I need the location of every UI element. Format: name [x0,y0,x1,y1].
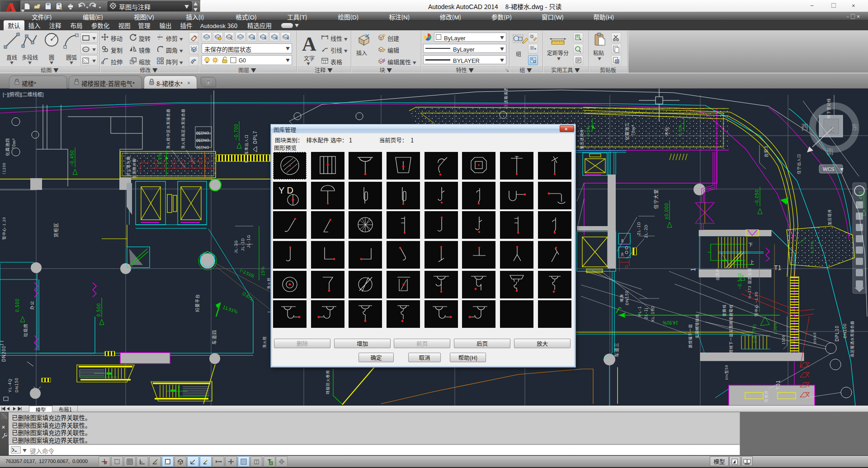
svg-text:防尘罩水箱: 防尘罩水箱 [126,156,131,176]
svg-text:DPL7: DPL7 [251,131,258,144]
svg-text:DN150: DN150 [196,145,209,151]
svg-text:加压堤井: 加压堤井 [827,209,832,225]
svg-text:消火栓中区水泵接合器: 消火栓中区水泵接合器 [165,109,170,149]
svg-text:70m³: 70m³ [630,125,636,136]
svg-text:南: 南 [826,146,834,156]
svg-text:T1: T1 [774,263,781,272]
svg-text:化粪池三: 化粪池三 [624,122,630,140]
svg-text:办公: 办公 [29,301,35,310]
svg-text:住宁出入口: 住宁出入口 [796,154,801,174]
svg-text:G0: G0 [239,57,246,64]
svg-text:ZL-1D: ZL-1D [636,222,642,235]
svg-text:DPL10: DPL10 [833,325,840,341]
svg-text:地下室动线: 地下室动线 [826,98,831,118]
svg-text:T11: T11 [774,380,781,390]
svg-text:15%: 15% [260,266,266,276]
svg-text:DN100: DN100 [842,323,848,338]
svg-text:0.5%: 0.5% [157,153,163,164]
svg-text:Y D: Y D [278,185,293,195]
svg-text:70m³: 70m³ [11,138,17,149]
svg-text:DN型50: DN型50 [724,365,729,380]
svg-text:弯电井: 弯电井 [764,390,769,402]
svg-text:YL-4Q: YL-4Q [7,378,13,392]
svg-text:JL-1G: JL-1G [245,234,251,248]
svg-text:台阶3: 台阶3 [763,146,769,157]
svg-text:下: 下 [748,241,753,248]
svg-text:出风井: 出风井 [715,268,720,280]
svg-text:ZL-1j: ZL-1j [643,307,649,319]
svg-text:加压送风井: 加压送风井 [579,129,584,149]
svg-text:实围隔墙锁线: 实围隔墙锁线 [694,314,699,338]
svg-text:妇婴平台: 妇婴平台 [194,294,200,312]
svg-text:1.50%: 1.50% [773,322,778,335]
svg-text:西: 西 [801,121,808,132]
svg-text:0.500: 0.500 [14,298,20,312]
svg-text:喊淋: 喊淋 [619,294,624,302]
svg-text:特级防火卷帅: 特级防火卷帅 [325,370,330,394]
svg-text:±0.000: ±0.000 [663,203,670,219]
svg-text:0.5%: 0.5% [585,125,591,137]
svg-text:JL-1D: JL-1D [240,238,245,251]
svg-text:XL-19D: XL-19D [650,305,656,322]
svg-text:DN150: DN150 [14,378,19,392]
svg-text:−0.700: −0.700 [232,123,239,140]
svg-text:JL-2G: JL-2G [233,240,239,253]
svg-text:−0.050: −0.050 [753,189,760,206]
svg-text:0.500: 0.500 [95,303,102,317]
svg-text:DN150: DN150 [196,137,209,143]
svg-text:①进箱清洒烧水箱: ①进箱清洒烧水箱 [503,89,508,108]
svg-text:DSN0: DSN0 [812,332,817,344]
svg-text:管中心-1.20: 管中心-1.20 [1,217,6,240]
svg-text:垃圾房: 垃圾房 [23,323,28,337]
svg-text:D=273 固定支架: D=273 固定支架 [747,268,752,298]
svg-text:酒馆倾下一层实围隔墙避霉线: 酒馆倾下一层实围隔墙避霉线 [728,304,733,357]
svg-text:东: 东 [851,121,859,132]
svg-text:−0.540: −0.540 [736,273,743,289]
svg-text:酒馆催下一层: 酒馆催下一层 [688,324,693,348]
svg-text:化粪池四: 化粪池四 [5,138,10,156]
svg-text:高区喔洒水泵接合器: 高区喔洒水泵接合器 [849,321,854,357]
svg-text:货柜区: 货柜区 [52,222,59,237]
svg-text:DN150: DN150 [624,290,630,305]
svg-text:ZL-2D: ZL-2D [643,224,649,238]
svg-text:车道三: 车道三 [613,342,620,357]
svg-text:DN200: DN200 [0,345,7,362]
svg-text:消火栓: 消火栓 [262,336,267,348]
svg-text:0.5%: 0.5% [677,124,683,136]
svg-text:车道四: 车道四 [211,330,217,345]
svg-text:木化: 木化 [664,127,670,136]
svg-text:变换线: 变换线 [722,304,726,317]
svg-text:14.91%: 14.91% [663,320,678,326]
svg-text:DN150: DN150 [196,130,209,136]
svg-text:消火栓高区水泵接合器: 消火栓高区水泵接合器 [180,109,185,149]
svg-text:▼: ▼ [840,167,844,172]
svg-text:−0.450: −0.450 [68,150,75,166]
svg-text:WCS: WCS [823,165,835,172]
svg-text:1: 1 [688,268,697,271]
svg-text:住宁大堂: 住宁大堂 [652,189,659,209]
svg-text:[−][俯视][二维线框]: [−][俯视][二维线框] [3,90,43,98]
svg-text:8: 8 [621,251,623,257]
svg-text:0.57%: 0.57% [810,241,815,253]
svg-text:（1200: （1200 [1,162,6,176]
svg-text:生活除水箱: 生活除水箱 [132,158,137,179]
